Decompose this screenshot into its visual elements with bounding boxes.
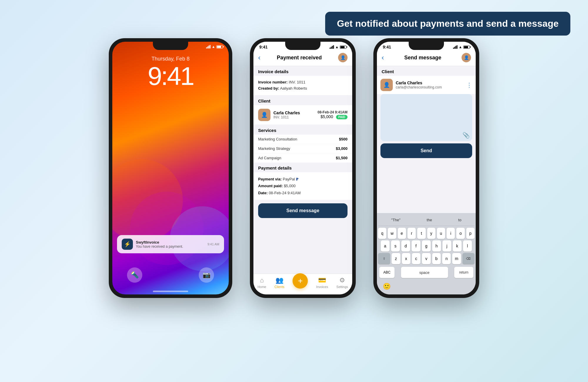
invoice-number-row: Invoice number: INV. 1011 (258, 79, 348, 86)
notif-content: SwyftInvoice You have received a payment… (136, 240, 205, 249)
key-g[interactable]: g (422, 240, 431, 252)
wifi-icon-message: ▲ (459, 45, 462, 49)
key-shift[interactable]: ⇧ (378, 253, 390, 264)
tab-settings[interactable]: ⚙ Settings (336, 277, 348, 289)
key-m[interactable]: m (452, 253, 461, 264)
emoji-key[interactable]: 🙂 (380, 282, 393, 291)
add-button[interactable]: + (293, 273, 308, 289)
nav-bar-payment: ‹ Payment received 👤 (253, 51, 352, 66)
key-q[interactable]: q (378, 228, 386, 239)
tab-invoices[interactable]: 💳 Invoices (316, 277, 328, 289)
torch-button[interactable]: 🔦 (127, 267, 142, 283)
invoice-details-card: Invoice number: INV. 1011 Created by: Aa… (253, 76, 352, 96)
key-delete[interactable]: ⌫ (462, 253, 475, 264)
key-return[interactable]: return (454, 267, 473, 278)
notch-payment (285, 42, 320, 50)
paid-badge: PAID (336, 115, 348, 119)
send-message-button[interactable]: Send message (258, 203, 348, 218)
key-b[interactable]: b (432, 253, 441, 264)
nav-avatar-payment[interactable]: 👤 (338, 53, 348, 62)
invoices-icon: 💳 (318, 277, 326, 284)
home-indicator (153, 291, 188, 292)
key-abc[interactable]: ABC (379, 267, 395, 278)
back-button-message[interactable]: ‹ (382, 53, 384, 62)
key-d[interactable]: d (401, 240, 410, 252)
wifi-icon-payment: ▲ (335, 45, 339, 49)
key-f[interactable]: f (412, 240, 420, 252)
battery-icon (216, 45, 223, 48)
client-info: Carla Charles INV. 1011 (273, 110, 315, 119)
promo-banner: Get notified about payments and send a m… (325, 12, 570, 36)
key-k[interactable]: k (453, 240, 462, 252)
suggestion-2[interactable]: the (423, 217, 435, 223)
keyboard-emoji-row: 🙂 (378, 280, 475, 293)
key-p[interactable]: p (466, 228, 475, 239)
keyboard-suggestions: "The" the to (378, 215, 475, 226)
battery-icon-message (463, 46, 470, 49)
back-button-payment[interactable]: ‹ (258, 53, 260, 62)
tab-home[interactable]: ⌂ Home (258, 277, 266, 289)
created-by-row: Created by: Aaliyah Roberts (258, 86, 348, 92)
notif-time: 9:41 AM (208, 242, 219, 246)
nav-avatar-message[interactable]: 👤 (462, 53, 471, 62)
status-time-message: 9:41 (383, 45, 391, 49)
client-avatar: 👤 (258, 109, 270, 121)
service-row-1: Marketing Consultation $500 (253, 135, 352, 144)
key-e[interactable]: e (398, 228, 406, 239)
key-h[interactable]: h (432, 240, 441, 252)
payment-date-row: Date: 08-Feb-24 9:41AM (258, 190, 348, 196)
key-l[interactable]: l (463, 240, 472, 252)
send-button-message[interactable]: Send (380, 143, 472, 158)
camera-button[interactable]: 📷 (199, 267, 214, 283)
signal-icon (206, 45, 211, 48)
message-client-name: Carla Charles (396, 81, 463, 85)
nav-bar-message: ‹ Send message 👤 (377, 51, 476, 66)
paypal-icon: 𝐏 (296, 177, 298, 181)
section-payment-details: Payment details (253, 162, 352, 172)
tab-clients-label: Clients (275, 285, 285, 289)
attach-icon[interactable]: 📎 (462, 132, 470, 139)
client-name: Carla Charles (273, 110, 315, 115)
key-x[interactable]: x (402, 253, 410, 264)
key-r[interactable]: r (407, 228, 416, 239)
tab-settings-label: Settings (336, 285, 348, 289)
tab-invoices-label: Invoices (316, 285, 328, 289)
nav-title-payment: Payment received (277, 55, 322, 61)
amount-paid-row: Amount paid: $5,000 (258, 182, 348, 189)
suggestion-1[interactable]: "The" (388, 217, 404, 223)
status-time-payment: 9:41 (259, 45, 268, 49)
keyboard-row-bottom: ABC space return (378, 266, 475, 280)
key-c[interactable]: c (412, 253, 420, 264)
tab-clients[interactable]: 👥 Clients (275, 277, 285, 289)
key-w[interactable]: w (388, 228, 396, 239)
key-y[interactable]: y (427, 228, 435, 239)
message-client-card: 👤 Carla Charles carla@charlesconsulting.… (377, 76, 476, 94)
message-compose-area[interactable]: 📎 (380, 94, 472, 141)
key-v[interactable]: v (422, 253, 430, 264)
scroll-content-payment[interactable]: Invoice details Invoice number: INV. 101… (253, 66, 352, 274)
key-i[interactable]: i (447, 228, 455, 239)
battery-icon-payment (340, 46, 346, 49)
key-u[interactable]: u (437, 228, 445, 239)
client-card: 👤 Carla Charles INV. 1011 08-Feb-24 9:41… (253, 105, 352, 125)
key-a[interactable]: a (381, 240, 390, 252)
phone-send-message: 9:41 ▲ ‹ Send message 👤 (373, 38, 479, 298)
signal-icon-payment (330, 45, 334, 49)
key-j[interactable]: j (442, 240, 451, 252)
notif-app-icon: ⚡ (122, 239, 133, 250)
section-services: Services (253, 125, 352, 135)
lock-date: Thursday, Feb 8 (112, 56, 229, 62)
lock-notification[interactable]: ⚡ SwyftInvoice You have received a payme… (117, 235, 224, 253)
key-s[interactable]: s (391, 240, 400, 252)
suggestion-3[interactable]: to (455, 217, 465, 223)
key-space[interactable]: space (401, 267, 448, 278)
services-list: Marketing Consultation $500 Marketing St… (253, 135, 352, 162)
keyboard-row-2: a s d f g h j k l (378, 240, 475, 252)
key-z[interactable]: z (392, 253, 400, 264)
key-t[interactable]: t (417, 228, 425, 239)
three-dots-menu[interactable]: ⋮ (466, 81, 472, 88)
key-n[interactable]: n (442, 253, 451, 264)
phone-lockscreen: ▲ Thursday, Feb 8 9:41 ⚡ (109, 38, 232, 298)
key-o[interactable]: o (456, 228, 465, 239)
message-client-info: Carla Charles carla@charlesconsulting.co… (396, 81, 463, 89)
